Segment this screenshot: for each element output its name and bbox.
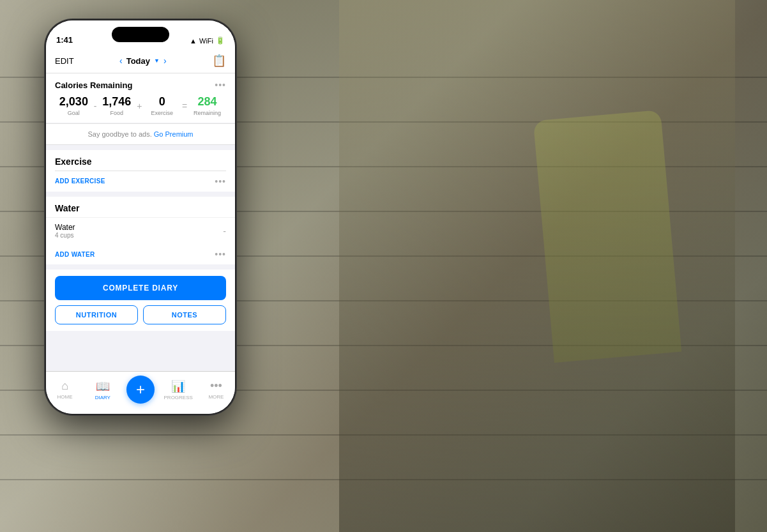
exercise-section-header: Exercise xyxy=(46,150,235,171)
water-title: Water xyxy=(55,203,79,213)
notes-button[interactable]: NOTES xyxy=(143,305,226,324)
diary-tab-label: DIARY xyxy=(95,395,110,400)
diary-tab-icon: 📖 xyxy=(96,379,110,393)
calories-remaining-value: 284 xyxy=(188,95,226,109)
tab-more[interactable]: ••• MORE xyxy=(197,379,235,400)
water-entry-sub: 4 cups xyxy=(55,232,75,239)
tab-home[interactable]: ⌂ HOME xyxy=(46,379,84,400)
date-dropdown-icon[interactable]: ▼ xyxy=(154,57,160,64)
scroll-content[interactable]: Calories Remaining ••• 2,030 Goal - 1,74… xyxy=(46,73,235,371)
diary-icon[interactable]: 📋 xyxy=(212,54,226,68)
phone-frame: 1:41 ▲ WiFi 🔋 EDIT ‹ Today ▼ › 📋 xyxy=(45,19,236,415)
water-section: Water Water 4 cups - ADD WATER ••• xyxy=(46,197,235,265)
edit-button[interactable]: EDIT xyxy=(55,56,74,66)
water-more-button[interactable]: ••• xyxy=(215,249,226,259)
calories-remaining-block: 284 Remaining xyxy=(188,95,226,116)
exercise-more-button[interactable]: ••• xyxy=(215,176,226,186)
next-date-chevron[interactable]: › xyxy=(163,56,167,66)
app-header: EDIT ‹ Today ▼ › 📋 xyxy=(46,49,235,73)
person-silhouette xyxy=(339,0,735,532)
calories-food-value: 1,746 xyxy=(98,95,135,109)
calories-food-block: 1,746 Food xyxy=(98,95,135,116)
home-icon: ⌂ xyxy=(61,379,68,393)
add-exercise-button[interactable]: ADD EXERCISE xyxy=(55,178,105,185)
signal-icon: ▲ xyxy=(190,37,197,45)
secondary-buttons: NUTRITION NOTES xyxy=(55,305,226,324)
water-entry-name: Water xyxy=(55,223,75,232)
water-section-header: Water xyxy=(46,197,235,217)
calories-goal-value: 2,030 xyxy=(55,95,93,109)
exercise-title: Exercise xyxy=(55,156,92,167)
calories-section: Calories Remaining ••• 2,030 Goal - 1,74… xyxy=(46,73,235,123)
date-label[interactable]: Today xyxy=(126,56,150,66)
tab-bar: ⌂ HOME 📖 DIARY + 📊 PROGRESS ••• xyxy=(46,371,235,414)
progress-icon: 📊 xyxy=(171,379,185,393)
complete-diary-button[interactable]: COMPLETE DIARY xyxy=(55,276,226,300)
wifi-icon: WiFi xyxy=(199,37,213,45)
calories-exercise-value: 0 xyxy=(143,95,181,109)
ad-text: Say goodbye to ads. xyxy=(87,130,151,138)
add-icon: + xyxy=(136,381,145,399)
status-time: 1:41 xyxy=(56,35,73,45)
tab-diary[interactable]: 📖 DIARY xyxy=(84,379,121,400)
exercise-section: Exercise ADD EXERCISE ••• xyxy=(46,150,235,192)
water-actions: ADD WATER ••• xyxy=(46,244,235,264)
tab-add[interactable]: + xyxy=(121,376,159,404)
add-button[interactable]: + xyxy=(126,376,155,404)
more-label: MORE xyxy=(208,394,224,400)
calories-title: Calories Remaining xyxy=(55,80,132,90)
minus-operator: - xyxy=(93,101,98,111)
phone-wrapper: 1:41 ▲ WiFi 🔋 EDIT ‹ Today ▼ › 📋 xyxy=(45,19,236,415)
water-entry: Water 4 cups - xyxy=(46,217,235,244)
prev-date-chevron[interactable]: ‹ xyxy=(119,56,123,66)
water-entry-value: - xyxy=(223,226,226,236)
action-buttons: COMPLETE DIARY NUTRITION NOTES xyxy=(46,270,235,331)
progress-label: PROGRESS xyxy=(164,395,193,400)
water-entry-info: Water 4 cups xyxy=(55,223,75,239)
ad-banner: Say goodbye to ads. Go Premium xyxy=(46,123,235,145)
battery-icon: 🔋 xyxy=(216,36,225,45)
calories-exercise-block: 0 Exercise xyxy=(143,95,181,116)
calories-remaining-label: Remaining xyxy=(188,110,226,116)
add-water-button[interactable]: ADD WATER xyxy=(55,251,95,258)
dynamic-island xyxy=(112,27,169,42)
calories-exercise-label: Exercise xyxy=(143,110,181,116)
calories-goal-block: 2,030 Goal xyxy=(55,95,93,116)
calories-food-label: Food xyxy=(98,110,135,116)
calories-header: Calories Remaining ••• xyxy=(55,80,226,90)
equals-operator: = xyxy=(181,101,188,111)
date-nav: ‹ Today ▼ › xyxy=(119,56,167,66)
calories-row: 2,030 Goal - 1,746 Food + 0 Exercise xyxy=(55,95,226,116)
calories-more-button[interactable]: ••• xyxy=(215,80,226,90)
exercise-actions: ADD EXERCISE ••• xyxy=(46,171,235,192)
go-premium-link[interactable]: Go Premium xyxy=(154,130,194,138)
phone-screen: 1:41 ▲ WiFi 🔋 EDIT ‹ Today ▼ › 📋 xyxy=(46,20,235,414)
plus-operator: + xyxy=(135,101,143,111)
status-icons: ▲ WiFi 🔋 xyxy=(190,36,225,45)
more-icon: ••• xyxy=(210,379,222,393)
tab-progress[interactable]: 📊 PROGRESS xyxy=(160,379,197,400)
calories-goal-label: Goal xyxy=(55,110,93,116)
nutrition-button[interactable]: NUTRITION xyxy=(55,305,138,324)
home-label: HOME xyxy=(57,394,73,400)
